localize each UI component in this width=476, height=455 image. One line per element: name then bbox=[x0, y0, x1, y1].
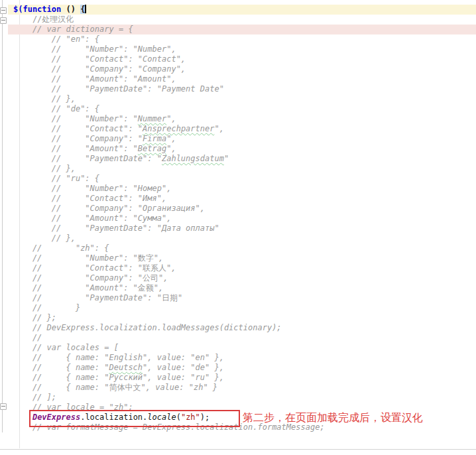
code-lines: $(function () { //处理汉化 // var dictionary… bbox=[8, 5, 476, 432]
code-segment: // "Number": " bbox=[13, 114, 138, 123]
code-line[interactable]: $(function () { bbox=[8, 5, 476, 15]
code-segment: // { name: "Русский", value: "ru" }, bbox=[13, 373, 224, 382]
code-segment: // "Contact": " bbox=[13, 263, 143, 273]
code-segment: // } bbox=[13, 303, 80, 312]
code-segment: // "zh": { bbox=[13, 243, 109, 253]
code-segment: // { name: " bbox=[13, 363, 109, 372]
code-line[interactable]: // "Contact": "联系人", bbox=[8, 263, 476, 273]
code-line[interactable]: // "zh": { bbox=[8, 243, 476, 253]
code-line[interactable]: // }, bbox=[8, 233, 476, 243]
code-segment: // "Amount": " bbox=[13, 144, 138, 153]
code-segment: // "Amount": " bbox=[13, 283, 138, 292]
code-segment: // "PaymentDate": " bbox=[13, 154, 162, 163]
code-segment: ", bbox=[166, 114, 176, 123]
code-segment: // "Amount": "Сумма", bbox=[13, 214, 171, 223]
code-segment: Betrag bbox=[138, 144, 166, 153]
code-segment: // }, bbox=[13, 164, 76, 173]
code-segment: // "Number": " bbox=[13, 253, 138, 263]
code-segment: // "en": { bbox=[13, 34, 99, 44]
code-segment: // { name: " bbox=[13, 383, 109, 392]
code-segment: Zahlungsdatum bbox=[162, 154, 224, 163]
code-line[interactable]: // "Company": "Company", bbox=[8, 64, 476, 74]
code-segment: // "Company": " bbox=[13, 273, 143, 283]
code-segment: ", bbox=[166, 144, 176, 153]
code-line[interactable]: // "Number": "Number", bbox=[8, 44, 476, 54]
code-segment: // "PaymentDate": " bbox=[13, 293, 162, 302]
code-line[interactable]: // ]; bbox=[8, 393, 476, 403]
code-line[interactable]: // var locales = [ bbox=[8, 343, 476, 353]
code-line[interactable]: // "Amount": "金额", bbox=[8, 283, 476, 293]
code-segment: // "Contact": "Имя", bbox=[13, 194, 166, 203]
code-line[interactable]: // { name: "English", value: "en" }, bbox=[8, 353, 476, 363]
code-segment: // var dictionary = { bbox=[13, 25, 133, 34]
code-line[interactable]: // "Number": "Номер", bbox=[8, 184, 476, 194]
code-segment: Nummer bbox=[138, 114, 166, 123]
bottom-divider bbox=[0, 449, 476, 450]
code-segment: // "Contact": "Contact", bbox=[13, 54, 186, 64]
code-segment: ", bbox=[166, 134, 176, 143]
code-segment: // "Company": " bbox=[13, 134, 143, 143]
code-line[interactable]: // }; bbox=[8, 313, 476, 323]
code-segment: ", bbox=[154, 283, 163, 292]
code-segment: // "Number": "Number", bbox=[13, 44, 176, 54]
code-line[interactable]: // "Contact": "Имя", bbox=[8, 194, 476, 204]
code-segment: // bbox=[13, 333, 42, 342]
code-line[interactable]: // "Contact": "Contact", bbox=[8, 54, 476, 64]
code-line[interactable]: // "Company": "公司", bbox=[8, 273, 476, 283]
code-segment: // "de": { bbox=[13, 104, 99, 113]
code-segment: // DevExpress.localization.loadMessages(… bbox=[13, 323, 282, 332]
code-line[interactable]: // "Company": "Firma", bbox=[8, 134, 476, 144]
outline-guide-line bbox=[2, 0, 3, 432]
code-line[interactable]: // "Number": "Nummer", bbox=[8, 114, 476, 124]
code-line[interactable]: // DevExpress.localization.loadMessages(… bbox=[8, 323, 476, 333]
code-segment: // "PaymentDate": "Payment Date" bbox=[13, 84, 224, 94]
code-segment: 日期 bbox=[162, 293, 178, 302]
code-segment: ", value: "de" }, bbox=[143, 363, 224, 372]
code-segment: // }; bbox=[13, 313, 56, 322]
code-segment: // "ru": { bbox=[13, 174, 99, 183]
code-line[interactable]: // }, bbox=[8, 94, 476, 104]
code-line[interactable]: // } bbox=[8, 303, 476, 313]
code-line[interactable]: // "PaymentDate": "Zahlungsdatum" bbox=[8, 154, 476, 164]
code-line[interactable]: //处理汉化 bbox=[8, 15, 476, 25]
code-line[interactable]: // "ru": { bbox=[8, 174, 476, 184]
code-line[interactable]: // "en": { bbox=[8, 34, 476, 44]
code-line[interactable]: // "PaymentDate": "日期" bbox=[8, 293, 476, 303]
code-segment: Firma bbox=[143, 134, 166, 143]
code-segment: // "Amount": "Amount", bbox=[13, 74, 176, 84]
fold-marker-icon[interactable] bbox=[0, 403, 7, 410]
highlight-box bbox=[29, 410, 240, 427]
code-segment: ", bbox=[154, 253, 163, 263]
code-line[interactable]: // "Amount": "Amount", bbox=[8, 74, 476, 84]
code-segment: ", bbox=[214, 124, 223, 133]
code-segment: // var locales = [ bbox=[13, 343, 119, 352]
code-segment: " bbox=[224, 154, 229, 163]
code-segment: { bbox=[80, 5, 85, 14]
code-segment: 公司 bbox=[143, 273, 158, 283]
code-segment: // }, bbox=[13, 94, 76, 103]
code-line[interactable]: // "Number": "数字", bbox=[8, 253, 476, 263]
fold-marker-icon[interactable] bbox=[0, 7, 7, 14]
code-line[interactable]: // "Amount": "Сумма", bbox=[8, 214, 476, 224]
code-line[interactable]: // { name: "Deutsch", value: "de" }, bbox=[8, 363, 476, 373]
code-line[interactable]: // }, bbox=[8, 164, 476, 174]
code-line[interactable]: // { name: "Русский", value: "ru" }, bbox=[8, 373, 476, 383]
code-segment: 数字 bbox=[138, 253, 154, 263]
code-line[interactable]: // bbox=[8, 333, 476, 343]
fold-marker-icon[interactable] bbox=[0, 17, 7, 24]
code-line[interactable]: // "de": { bbox=[8, 104, 476, 114]
code-line[interactable]: // "Company": "Организация", bbox=[8, 204, 476, 214]
code-line[interactable]: // "PaymentDate": "Payment Date" bbox=[8, 84, 476, 94]
code-segment: // { name: "English", value: "en" }, bbox=[13, 353, 224, 362]
code-segment: Deutsch bbox=[109, 363, 143, 372]
code-editor[interactable]: $(function () { //处理汉化 // var dictionary… bbox=[0, 0, 476, 455]
code-segment: $(function bbox=[13, 5, 61, 14]
code-segment: // }, bbox=[13, 233, 76, 243]
code-line[interactable]: // "PaymentDate": "Дата оплаты" bbox=[8, 224, 476, 233]
code-segment: // "PaymentDate": "Дата оплаты" bbox=[13, 224, 219, 233]
code-line[interactable]: // { name: "简体中文", value: "zh" } bbox=[8, 383, 476, 393]
code-segment: ", bbox=[158, 273, 168, 283]
code-line[interactable]: // "Contact": "Ansprechpartner", bbox=[8, 124, 476, 134]
code-line[interactable]: // "Amount": "Betrag", bbox=[8, 144, 476, 154]
code-line[interactable]: // var dictionary = { bbox=[8, 25, 476, 34]
